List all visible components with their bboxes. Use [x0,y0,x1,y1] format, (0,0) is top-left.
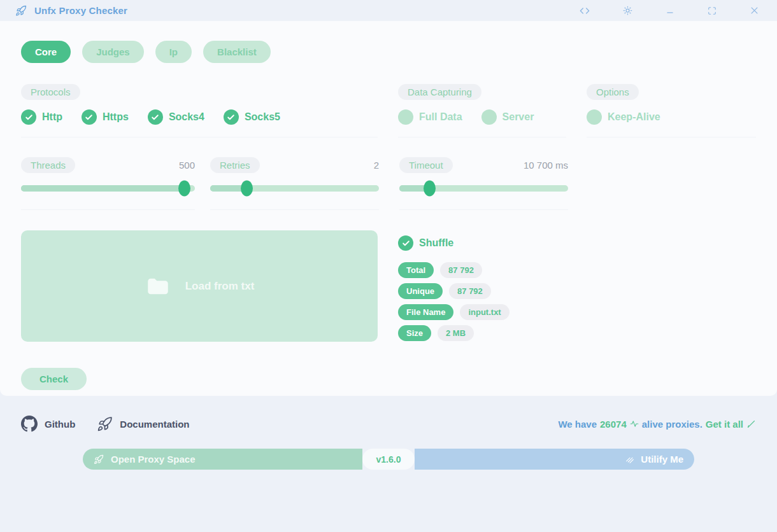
protocol-https-checkbox[interactable]: Https [82,109,129,125]
threads-slider-head: Threads 500 [21,157,195,173]
utilify-me-label: Utilify Me [641,454,683,465]
open-proxy-space-link[interactable]: Open Proxy Space [83,449,362,470]
maximize-button[interactable] [699,4,725,18]
load-from-txt-dropzone[interactable]: Load from txt [21,230,378,342]
version-label: v1.6.0 [376,454,401,465]
retries-slider-head: Retries 2 [210,157,379,173]
stat-value-badge: 87 792 [440,262,482,278]
folder-icon [145,273,171,300]
retries-slider[interactable] [210,185,379,192]
protocol-socks5-checkbox[interactable]: Socks5 [224,109,280,125]
keep-alive-checkbox[interactable]: Keep-Alive [587,109,660,125]
footer-links-row: Github Documentation We have 26074 alive… [21,416,756,432]
checkbox-unchecked-icon [398,109,413,125]
file-stats: Total 87 792 Unique 87 792 File Name inp… [398,262,756,341]
threads-slider-fill [21,185,185,192]
main-content: Core Judges Ip Blacklist Protocols Http … [0,21,777,396]
timeout-value: 10 700 ms [524,160,568,171]
checkbox-label: Http [42,111,62,123]
full-data-checkbox[interactable]: Full Data [398,109,462,125]
data-capturing-section: Data Capturing Full Data Server [398,84,566,137]
tab-core[interactable]: Core [21,41,71,63]
tab-bar: Core Judges Ip Blacklist [21,41,756,63]
timeout-slider-fill [399,185,430,192]
pen-icon [746,419,756,429]
stat-key-badge: File Name [398,304,453,320]
protocol-socks4-checkbox[interactable]: Socks4 [148,109,204,125]
app-title: Unfx Proxy Checker [34,5,127,16]
protocols-section-label: Protocols [21,84,80,100]
close-button[interactable] [741,3,768,18]
hatch-icon [625,454,635,465]
titlebar-controls [571,3,768,18]
data-capturing-checkboxes: Full Data Server [398,109,566,125]
threads-value: 500 [179,160,195,171]
stat-row-total: Total 87 792 [398,262,756,278]
titlebar-left: Unfx Proxy Checker [15,5,127,17]
alive-count: 26074 [600,419,627,430]
bottom-bar: Open Proxy Space v1.6.0 Utilify Me [83,449,694,470]
github-icon [21,416,38,432]
protocol-http-checkbox[interactable]: Http [21,109,62,125]
protocols-checkboxes: Http Https Socks4 Socks5 [21,109,378,125]
stat-value-badge: input.txt [460,304,509,320]
minimize-button[interactable] [657,4,683,18]
stat-key-badge: Unique [398,283,443,299]
retries-slider-thumb[interactable] [241,181,253,197]
tab-judges[interactable]: Judges [82,41,144,63]
timeout-slider-thumb[interactable] [424,181,436,197]
alive-middle: alive proxies. [642,419,702,430]
options-section-label: Options [587,84,639,100]
options-checkboxes: Keep-Alive [587,109,756,125]
get-it-all-link[interactable]: Get it all [706,419,743,430]
retries-label: Retries [210,157,260,173]
threads-slider-thumb[interactable] [178,181,190,197]
stat-value-badge: 87 792 [449,283,491,299]
options-section: Options Keep-Alive [587,84,756,137]
timeout-slider-group: Timeout 10 700 ms [399,157,568,210]
alive-prefix: We have [558,419,597,430]
check-button[interactable]: Check [21,368,87,390]
documentation-link[interactable]: Documentation [97,416,189,432]
utilify-me-link[interactable]: Utilify Me [415,449,694,470]
server-checkbox[interactable]: Server [481,109,534,125]
threads-slider[interactable] [21,185,195,192]
github-link[interactable]: Github [21,416,75,432]
open-proxy-space-label: Open Proxy Space [111,454,196,465]
stat-row-unique: Unique 87 792 [398,283,756,299]
checkbox-label: Keep-Alive [608,111,660,123]
checkbox-checked-icon [82,109,97,125]
checkbox-checked-icon [148,109,163,125]
checkbox-sections-row: Protocols Http Https Socks4 Socks5 [21,84,756,137]
input-row: Load from txt Shuffle Total 87 792 Uniqu… [21,230,756,346]
tab-ip[interactable]: Ip [155,41,192,63]
checkbox-unchecked-icon [587,109,602,125]
stat-value-badge: 2 MB [438,325,474,341]
checkbox-checked-icon [224,109,239,125]
retries-value: 2 [374,160,379,171]
checkbox-label: Socks5 [245,111,280,123]
shuffle-checkbox[interactable]: Shuffle [398,235,756,251]
file-info-panel: Shuffle Total 87 792 Unique 87 792 File … [398,230,756,346]
version-badge: v1.6.0 [362,449,415,470]
checkbox-label: Https [103,111,129,123]
timeout-slider-head: Timeout 10 700 ms [399,157,568,173]
alive-proxies-banner: We have 26074 alive proxies. Get it all [558,419,756,430]
timeout-label: Timeout [399,157,453,173]
github-label: Github [45,419,75,430]
theme-toggle-icon[interactable] [614,3,641,18]
stat-row-file-name: File Name input.txt [398,304,756,320]
threads-label: Threads [21,157,75,173]
footer: Github Documentation We have 26074 alive… [0,416,777,470]
threads-slider-group: Threads 500 [21,157,195,210]
checkbox-label: Shuffle [419,237,453,249]
stat-key-badge: Total [398,262,434,278]
devtools-icon[interactable] [571,3,599,18]
retries-slider-group: Retries 2 [210,157,379,210]
tab-blacklist[interactable]: Blacklist [203,41,271,63]
timeout-slider[interactable] [399,185,568,192]
stat-key-badge: Size [398,325,431,341]
data-capturing-section-label: Data Capturing [398,84,481,100]
checkbox-checked-icon [398,235,413,251]
checkbox-checked-icon [21,109,36,125]
